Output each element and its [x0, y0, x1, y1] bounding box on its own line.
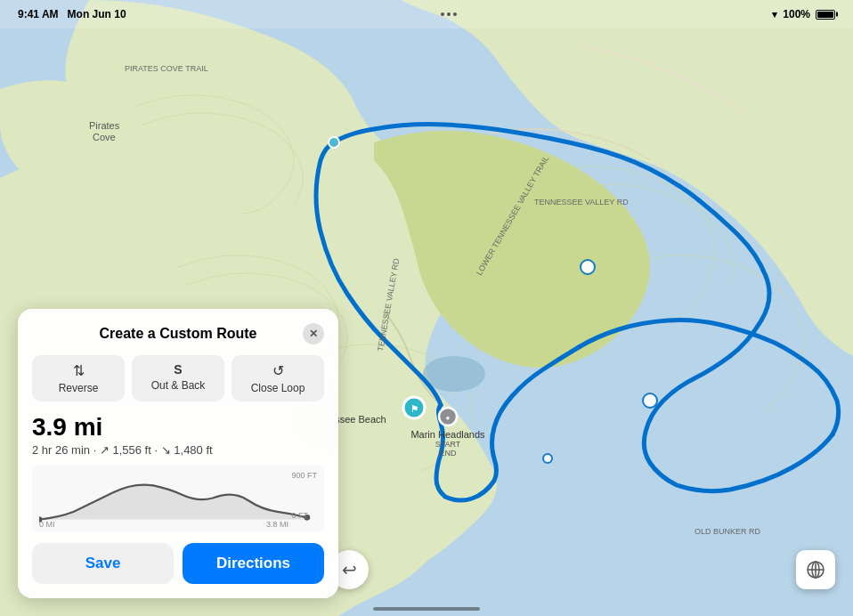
out-back-icon: S [174, 362, 182, 377]
reverse-label: Reverse [59, 382, 99, 394]
close-loop-label: Close Loop [251, 382, 305, 394]
elevation-labels-right: 900 FT 0 FT [291, 471, 317, 520]
elevation-svg [39, 471, 317, 524]
route-details: 2 hr 26 min · ↗ 1,556 ft · ↘ 1,480 ft [32, 443, 324, 457]
status-right: ▾ 100% [772, 8, 835, 20]
svg-text:Pirates: Pirates [89, 120, 120, 131]
svg-text:TENNESSEE VALLEY RD: TENNESSEE VALLEY RD [534, 198, 629, 207]
date-display: Mon Jun 10 [68, 8, 126, 20]
wifi-icon: ▾ [772, 9, 777, 20]
svg-text:●: ● [446, 414, 451, 422]
svg-text:Cove: Cove [93, 132, 116, 142]
battery-icon [816, 10, 835, 20]
close-loop-button[interactable]: ↺ Close Loop [232, 355, 324, 401]
svg-point-2 [329, 137, 339, 148]
reverse-button[interactable]: ⇅ Reverse [32, 355, 125, 401]
map-controls-button[interactable] [796, 550, 835, 589]
action-buttons: Save Directions [32, 543, 324, 584]
status-center-dots [441, 12, 457, 16]
out-back-label: Out & Back [151, 379, 206, 392]
panel-title: Create a Custom Route [53, 326, 303, 342]
route-options: ⇅ Reverse S Out & Back ↺ Close Loop [32, 355, 324, 401]
dot-1 [441, 12, 444, 16]
elevation-bottom-label: 0 FT [291, 511, 317, 520]
elevation-top-label: 900 FT [291, 471, 317, 480]
home-indicator [373, 607, 480, 611]
elevation-labels-bottom: 0 MI 3.8 MI [39, 520, 288, 529]
route-stats: 3.9 mi 2 hr 26 min · ↗ 1,556 ft · ↘ 1,48… [32, 414, 324, 457]
out-back-button[interactable]: S Out & Back [132, 355, 224, 401]
panel-header: Create a Custom Route ✕ [32, 323, 324, 344]
svg-text:START: START [435, 440, 461, 449]
svg-point-19 [643, 393, 657, 408]
svg-point-18 [581, 260, 595, 274]
route-distance: 3.9 mi [32, 414, 324, 442]
time-display: 9:41 AM [18, 8, 59, 20]
directions-button[interactable]: Directions [183, 543, 324, 584]
svg-point-20 [543, 454, 552, 463]
status-time: 9:41 AM Mon Jun 10 [18, 8, 126, 20]
save-button[interactable]: Save [32, 543, 174, 584]
undo-icon: ↩ [342, 559, 357, 580]
close-loop-icon: ↺ [272, 362, 284, 379]
svg-text:Marin Headlands: Marin Headlands [410, 429, 485, 440]
svg-text:⚑: ⚑ [410, 404, 418, 414]
battery-fill [817, 12, 833, 18]
reverse-icon: ⇅ [73, 362, 85, 379]
dot-2 [447, 12, 451, 16]
map-controls-icon [805, 559, 826, 580]
battery-percent: 100% [783, 8, 810, 20]
elevation-chart: 900 FT 0 FT 0 MI 3.8 MI [32, 466, 324, 532]
svg-text:END: END [439, 449, 457, 458]
elevation-end-mi: 3.8 MI [266, 520, 288, 529]
svg-text:OLD BUNKER RD: OLD BUNKER RD [695, 527, 761, 536]
svg-text:PIRATES COVE TRAIL: PIRATES COVE TRAIL [125, 64, 208, 73]
status-bar: 9:41 AM Mon Jun 10 ▾ 100% [0, 0, 853, 28]
dot-3 [453, 12, 457, 16]
panel-close-button[interactable]: ✕ [303, 323, 324, 344]
custom-route-panel: Create a Custom Route ✕ ⇅ Reverse S Out … [18, 309, 338, 598]
elevation-start-mi: 0 MI [39, 520, 55, 529]
